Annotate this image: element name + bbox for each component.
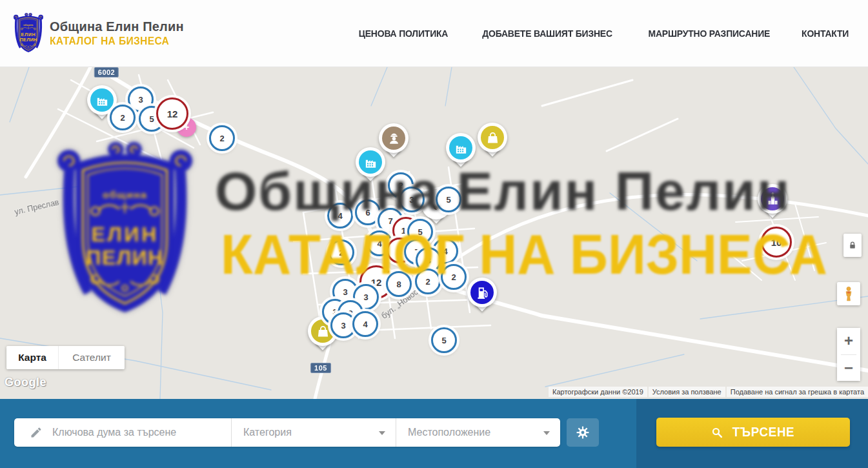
cluster-marker[interactable]: 2 [441,264,467,290]
nav-add-your-business[interactable]: ДОБАВЕТЕ ВАШИЯТ БИЗНЕС [482,28,612,39]
road-number-shield: 6002 [94,67,119,77]
site-subtitle: КАТАЛОГ НА БИЗНЕСА [50,36,180,47]
page: община ЕЛИН ПЕЛИН Община Елин Пелин КАТА… [0,0,868,468]
cluster-marker[interactable]: 2 [328,239,354,265]
cluster-marker[interactable]: 6 [355,199,381,225]
keyword-field [14,418,231,447]
lock-icon [847,239,858,251]
category-select[interactable]: Категория [231,418,396,447]
map-data-copyright: Картографски данни ©2019 [549,387,647,397]
map-canvas[interactable]: 6002105ул. Преславбул. „Новосел +3251222… [0,67,868,399]
factory-icon [449,136,472,159]
zoom-control: + − [837,328,860,381]
cluster-marker[interactable]: 3 [399,187,425,212]
nav-contacts[interactable]: КОНТАКТИ [802,28,849,39]
advanced-search-settings-button[interactable] [567,418,599,447]
main-nav: ЦЕНОВА ПОЛИТИКА ДОБАВЕТЕ ВАШИЯТ БИЗНЕС М… [354,28,851,39]
nav-pricing-policy[interactable]: ЦЕНОВА ПОЛИТИКА [359,28,449,39]
cluster-marker[interactable]: 10 [761,227,792,258]
cluster-marker[interactable]: 2 [209,125,235,151]
fuel-pump-pin[interactable] [467,278,497,316]
shopping-bag-icon [481,126,504,149]
search-submit-button[interactable]: ТЪРСЕНЕ [656,418,850,447]
search-submit-label: ТЪРСЕНЕ [732,425,794,440]
chevron-down-icon [543,431,550,435]
cluster-marker[interactable]: 4 [327,203,353,229]
cluster-marker[interactable]: 2 [110,105,136,130]
maptype-satellite-button[interactable]: Сателит [58,346,125,369]
maptype-control: Карта Сателит [6,346,125,369]
location-select-value: Местоположение [408,427,490,438]
cluster-marker[interactable]: 5 [431,327,457,353]
search-icon [711,426,723,439]
search-bar: Категория Местоположение [0,399,868,468]
zoom-out-button[interactable]: − [837,355,860,382]
worker-pin[interactable] [379,123,409,162]
terms-of-use-link[interactable]: Условия за ползване [649,387,725,397]
church-icon [761,187,784,210]
factory-icon [90,88,114,112]
cluster-marker[interactable]: 8 [386,271,412,297]
cluster-marker[interactable]: 5 [436,187,461,212]
nav-transport-schedule[interactable]: МАРШРУТНО РАЗПИСАНИЕ [649,28,771,39]
pencil-icon [30,426,43,439]
zoom-in-button[interactable]: + [837,328,860,354]
shopping-bag-pin[interactable] [478,123,507,161]
category-select-value: Категория [243,427,292,438]
google-logo[interactable]: Google [5,376,46,389]
chevron-down-icon [379,431,385,435]
streetview-lock-control[interactable] [843,234,862,257]
church-pin[interactable] [758,184,787,223]
location-select[interactable]: Местоположение [396,418,560,447]
pegman-control[interactable] [837,282,860,305]
pegman-icon [840,285,857,302]
report-map-error-link[interactable]: Подаване на сигнал за грешка в картата [727,387,868,397]
cluster-marker[interactable]: 4 [352,311,378,337]
factory-pin[interactable] [446,133,476,172]
worker-icon [382,127,405,150]
road-number-shield: 105 [310,363,331,373]
site-title: Община Елин Пелин [50,19,184,34]
site-logo[interactable]: Община Елин Пелин КАТАЛОГ НА БИЗНЕСА [13,12,184,54]
cluster-marker[interactable]: 2 [415,269,441,294]
cluster-marker[interactable]: 12 [156,97,188,130]
municipality-crest-icon [13,12,44,54]
header: Община Елин Пелин КАТАЛОГ НА БИЗНЕСА ЦЕН… [0,0,868,67]
fuel-pump-icon [470,281,494,304]
maptype-map-button[interactable]: Карта [6,346,58,369]
gear-icon [575,425,590,440]
map-attribution: Картографски данни ©2019 Условия за полз… [549,387,868,397]
search-fields: Категория Местоположение [14,418,560,447]
keyword-input[interactable] [52,427,225,438]
